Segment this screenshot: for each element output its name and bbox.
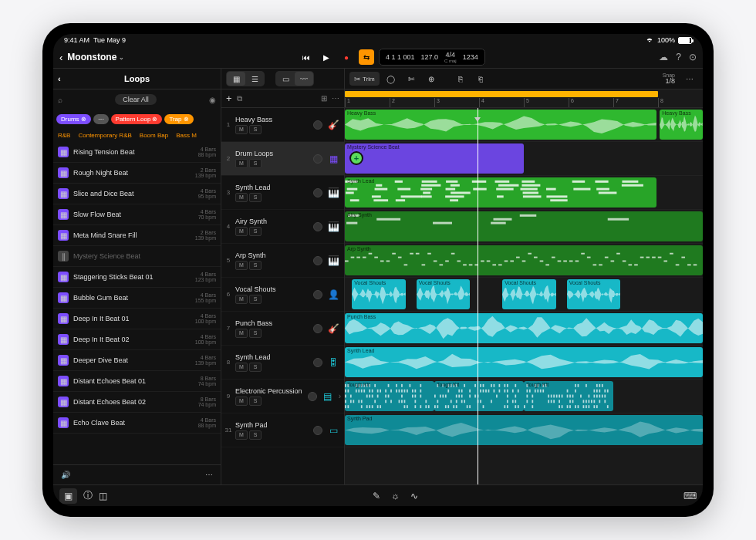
loop-item[interactable]: ▦ Distant Echoes Beat 02 8 Bars74 bpm bbox=[53, 392, 221, 413]
results-icon[interactable]: ◉ bbox=[209, 96, 216, 104]
cycle-region[interactable] bbox=[345, 91, 658, 97]
track-header[interactable]: 2 Drum Loops MS ▦ bbox=[221, 142, 344, 176]
view-list-button[interactable]: ☰ bbox=[245, 72, 264, 86]
track-lane[interactable]: Tough KitTough KitTough Kit bbox=[345, 380, 703, 413]
loop-item[interactable]: ▦ Meta Mind Snare Fill 2 Bars139 bpm bbox=[53, 225, 221, 246]
track-lane[interactable]: Mystery Science Beat+⊞ bbox=[345, 142, 703, 176]
loop-item[interactable]: ▦ Distant Echoes Beat 01 8 Bars74 bpm bbox=[53, 371, 221, 392]
loop-item[interactable]: ▦ Bubble Gum Beat 4 Bars155 bpm bbox=[53, 288, 221, 309]
instrument-icon[interactable]: 🎸 bbox=[326, 321, 341, 336]
volume-knob[interactable] bbox=[313, 290, 322, 299]
track-header[interactable]: 9 Electronic Percussion MS ▤ › bbox=[221, 380, 344, 413]
mute-button[interactable]: M bbox=[235, 159, 248, 168]
info-button[interactable]: ⓘ bbox=[83, 489, 93, 502]
volume-knob[interactable] bbox=[313, 120, 322, 130]
loop-item[interactable]: ▦ Deep In It Beat 02 4 Bars100 bpm bbox=[53, 329, 221, 350]
genre-tab[interactable]: Boom Bap bbox=[140, 132, 168, 139]
track-header[interactable]: 1 Heavy Bass MS 🎸 bbox=[221, 108, 344, 142]
mute-button[interactable]: M bbox=[235, 227, 248, 236]
instrument-icon[interactable]: 👤 bbox=[326, 287, 341, 302]
mic-button[interactable]: ⊞ bbox=[321, 94, 327, 103]
region[interactable]: Punch Bass bbox=[345, 313, 703, 343]
instrument-icon[interactable]: 🎹 bbox=[326, 219, 341, 235]
track-header[interactable]: 31 Synth Pad MS ▭ bbox=[221, 413, 344, 447]
playhead[interactable] bbox=[478, 108, 478, 484]
copy-tool[interactable]: ⎘ bbox=[452, 72, 469, 86]
track-lane[interactable]: Synth Lead bbox=[345, 176, 703, 210]
solo-button[interactable]: S bbox=[249, 329, 262, 338]
trim-tool[interactable]: ✂ Trim bbox=[349, 72, 380, 86]
fx-button[interactable]: ☼ bbox=[391, 491, 400, 501]
loop-tool[interactable]: ◯ bbox=[383, 72, 400, 86]
track-lane[interactable]: Punch Bass bbox=[345, 312, 703, 346]
instrument-icon[interactable]: ▦ bbox=[326, 151, 341, 167]
cloud-icon[interactable]: ☁ bbox=[659, 52, 668, 62]
project-title[interactable]: Moonstone ⌄ bbox=[67, 52, 124, 62]
add-track-button[interactable]: + bbox=[226, 93, 232, 104]
timeline-area[interactable]: 12345678 Heavy BassHeavy BassMystery Sci… bbox=[345, 89, 703, 484]
mute-button[interactable]: M bbox=[235, 261, 248, 270]
filter-more[interactable]: ⋯ bbox=[93, 114, 109, 124]
track-lane[interactable]: Synth Pad bbox=[345, 413, 703, 447]
add-region-badge[interactable]: + bbox=[349, 151, 363, 165]
volume-icon[interactable]: 🔊 bbox=[61, 471, 70, 479]
loop-item[interactable]: ▦ Echo Clave Beat 4 Bars88 bpm bbox=[53, 413, 221, 434]
rewind-button[interactable]: ⏮ bbox=[299, 49, 314, 65]
region[interactable]: Vocal Shouts bbox=[567, 279, 621, 309]
volume-knob[interactable] bbox=[313, 154, 322, 164]
region[interactable]: Airy Synth bbox=[345, 211, 703, 241]
region[interactable]: Mystery Science Beat bbox=[345, 143, 524, 174]
loop-item[interactable]: ▦ Rising Tension Beat 4 Bars88 bpm bbox=[53, 142, 221, 163]
sidebar-more-icon[interactable]: ⋯ bbox=[205, 471, 213, 479]
filter-pill[interactable]: Trap⊗ bbox=[164, 114, 193, 124]
region[interactable]: Vocal Shouts bbox=[352, 279, 406, 309]
region[interactable]: Arp Synth bbox=[345, 245, 703, 275]
instrument-icon[interactable]: 🎹 bbox=[326, 253, 341, 268]
volume-knob[interactable] bbox=[313, 324, 322, 333]
instrument-icon[interactable]: 🎹 bbox=[326, 185, 341, 201]
track-lane[interactable]: Synth Lead bbox=[345, 346, 703, 380]
instrument-icon[interactable]: ▭ bbox=[326, 423, 341, 438]
snap-display[interactable]: Snap 1/8 bbox=[663, 73, 678, 85]
region[interactable]: Vocal Shouts bbox=[417, 279, 471, 309]
track-lane[interactable]: Heavy BassHeavy Bass bbox=[345, 108, 703, 142]
region[interactable]: Vocal Shouts bbox=[502, 279, 556, 309]
clear-all-button[interactable]: Clear All bbox=[115, 94, 157, 105]
volume-knob[interactable] bbox=[313, 358, 322, 367]
loop-list[interactable]: ▦ Rising Tension Beat 4 Bars88 bpm▦ Roug… bbox=[53, 142, 221, 464]
solo-button[interactable]: S bbox=[249, 295, 262, 304]
region[interactable]: Tough Kit bbox=[345, 381, 434, 411]
region[interactable]: Synth Lead bbox=[345, 177, 656, 208]
join-tool[interactable]: ⊕ bbox=[423, 72, 440, 86]
mute-button[interactable]: M bbox=[235, 125, 248, 134]
instrument-icon[interactable]: 🎛 bbox=[326, 355, 341, 370]
view-grid-button[interactable]: ▦ bbox=[227, 72, 245, 86]
expand-chevron-icon[interactable]: › bbox=[339, 392, 341, 400]
volume-knob[interactable] bbox=[313, 188, 322, 197]
library-button[interactable]: ◫ bbox=[99, 491, 107, 501]
genre-tab[interactable]: R&B bbox=[58, 132, 70, 139]
loop-item[interactable]: ▦ Deeper Dive Beat 4 Bars139 bpm bbox=[53, 350, 221, 371]
track-header[interactable]: 3 Synth Lead MS 🎹 bbox=[221, 176, 344, 210]
solo-button[interactable]: S bbox=[249, 363, 262, 372]
mute-button[interactable]: M bbox=[235, 430, 248, 440]
edit-button[interactable]: ✎ bbox=[373, 491, 380, 501]
mute-button[interactable]: M bbox=[235, 295, 248, 304]
track-header[interactable]: 6 Vocal Shouts MS 👤 bbox=[221, 278, 344, 312]
solo-button[interactable]: S bbox=[249, 193, 262, 202]
region[interactable]: Tough Kit bbox=[434, 381, 524, 411]
view-automation-button[interactable]: 〰 bbox=[295, 72, 313, 86]
timeline-more-icon[interactable]: ⋯ bbox=[681, 72, 698, 86]
volume-knob[interactable] bbox=[313, 426, 322, 435]
loop-item[interactable]: ▦ Slow Flow Beat 4 Bars70 bpm bbox=[53, 204, 221, 225]
loop-item[interactable]: ▦ Slice and Dice Beat 4 Bars95 bpm bbox=[53, 184, 221, 204]
scissors-tool[interactable]: ✄ bbox=[403, 72, 420, 86]
mute-button[interactable]: M bbox=[235, 397, 248, 406]
back-chevron-icon[interactable]: ‹ bbox=[59, 52, 62, 63]
mute-button[interactable]: M bbox=[235, 363, 248, 372]
region[interactable]: Synth Lead bbox=[345, 347, 703, 377]
ruler[interactable]: 12345678 bbox=[345, 89, 703, 108]
genre-tabs[interactable]: R&BContemporary R&BBoom BapBass M bbox=[53, 128, 221, 142]
track-header[interactable]: 8 Synth Lead MS 🎛 bbox=[221, 346, 344, 380]
track-header[interactable]: 4 Airy Synth MS 🎹 bbox=[221, 210, 344, 244]
